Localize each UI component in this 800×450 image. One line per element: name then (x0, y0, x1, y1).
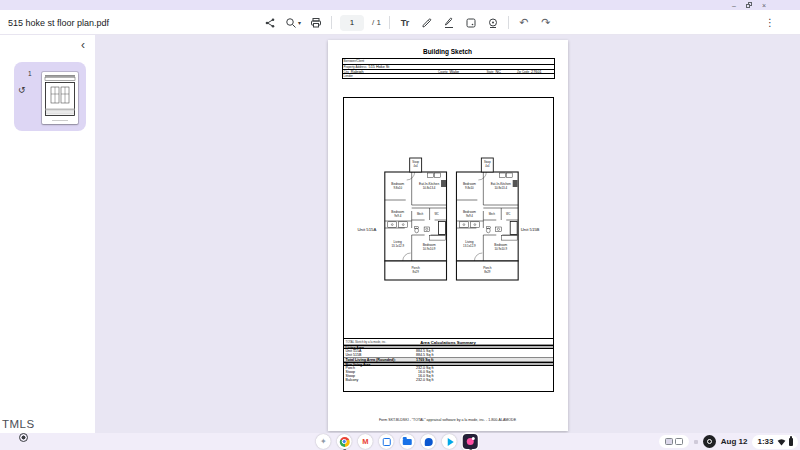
calendar-icon (382, 438, 390, 446)
watermark-dot-icon (19, 433, 28, 442)
form-footer: Form SKT.BLDSKI - "TOTAL" appraisal soft… (328, 418, 568, 422)
total-living-area-row: Total Living Area (Rounded): 1769 Sq ft (344, 357, 553, 362)
chevron-down-icon: ▾ (298, 19, 301, 26)
area-calculations-table: TOTAL Sketch by a la mode, inc. Area Cal… (344, 338, 553, 382)
stamp-button[interactable] (486, 15, 500, 31)
floorplan-drawing: Stoop 4x4 Bedroom 9.8x10 Eat-In-Kitchen … (344, 98, 553, 338)
page-number-input[interactable] (340, 15, 364, 31)
area-row: Balcony 232.0 Sq ft (344, 378, 553, 382)
unit-a-label: Unit 515A (357, 227, 376, 232)
messages-app-button[interactable] (421, 434, 436, 449)
stamp-icon (487, 17, 499, 29)
restore-icon (746, 4, 750, 8)
battery-icon (789, 438, 794, 446)
file-title: 515 hoke st floor plan.pdf (8, 18, 109, 28)
more-menu-button[interactable]: ⋮ (765, 17, 775, 28)
new-desk-button[interactable] (694, 440, 698, 444)
folder-icon (403, 439, 412, 446)
calendar-app-button[interactable] (379, 434, 394, 449)
unit-b-label: Unit 515B (520, 227, 539, 232)
form-fill-button[interactable] (464, 15, 478, 31)
info-row-lender: Lender (343, 73, 554, 78)
minimize-button[interactable]: – (732, 2, 736, 9)
info-row-city: CityRaleigh CountyWake StateNC Zip Code2… (343, 69, 554, 74)
form-icon (465, 17, 477, 29)
zoom-button[interactable]: ▾ (285, 15, 301, 31)
building-sketch-area: Stoop 4x4 Bedroom 9.8x10 Eat-In-Kitchen … (343, 97, 554, 392)
floorplan-unit-b (456, 158, 518, 280)
chrome-icon (339, 437, 349, 447)
signature-pen-icon (443, 17, 455, 29)
highlighter-button[interactable] (420, 15, 434, 31)
desk-thumbnail[interactable] (675, 438, 683, 445)
toolbar-divider (331, 16, 332, 29)
pdf-viewer[interactable]: Building Sketch Borrower/Client Property… (95, 35, 800, 433)
floorplan-unit-a (384, 158, 446, 280)
desk-thumbnail[interactable] (665, 438, 673, 445)
toolbar-divider (389, 16, 390, 29)
watermark-text: TMLS (2, 418, 35, 430)
text-annotation-button[interactable]: Tr (398, 15, 412, 31)
page-count-label: / 1 (372, 18, 381, 27)
share-button[interactable] (263, 15, 277, 31)
notification-indicator-icon[interactable] (703, 435, 716, 448)
quick-settings-tray[interactable]: 1:33 (752, 435, 798, 449)
desks-switcher[interactable] (659, 435, 689, 448)
pdf-page: Building Sketch Borrower/Client Property… (328, 40, 568, 431)
launcher-icon: ✦ (320, 438, 327, 446)
files-app-button[interactable] (400, 434, 415, 449)
page-thumbnail[interactable] (42, 72, 78, 124)
thumbnail-card[interactable]: 1 ↺ (14, 62, 86, 131)
redo-button[interactable]: ↷ (539, 15, 553, 31)
thumbnail-sketch (42, 72, 78, 124)
thumbnail-sidebar: ‹ 1 ↺ (0, 35, 95, 433)
pdf-toolbar: 515 hoke st floor plan.pdf ▾ / 1 Tr (0, 10, 800, 35)
magnifier-icon (285, 17, 297, 29)
screen: – × 515 hoke st floor plan.pdf ▾ / 1 Tr (0, 0, 800, 450)
print-button[interactable] (309, 15, 323, 31)
close-button[interactable]: × (762, 2, 766, 9)
area-summary-title: Area Calculations Summary (344, 340, 553, 345)
launcher-button[interactable]: ✦ (316, 434, 331, 449)
toolbar-tools: ▾ / 1 Tr ↶ ↷ (263, 10, 553, 35)
shelf-apps: ✦ M (316, 434, 478, 449)
chat-bubble-icon (424, 438, 432, 446)
mls-watermark: TMLS (2, 418, 35, 430)
thumbnail-page-number: 1 (28, 70, 32, 77)
restore-window-button[interactable] (746, 2, 752, 8)
share-icon (264, 17, 276, 29)
gallery-app-button[interactable] (463, 434, 478, 449)
play-store-app-button[interactable] (442, 434, 457, 449)
main-area: ‹ 1 ↺ (0, 35, 800, 433)
rotate-page-button[interactable]: ↺ (18, 85, 26, 95)
status-tray: Aug 12 1:33 (659, 434, 798, 449)
gallery-icon (467, 438, 474, 445)
wifi-icon (777, 438, 786, 446)
undo-button[interactable]: ↶ (517, 15, 531, 31)
toolbar-divider (508, 16, 509, 29)
sketch-title: Building Sketch (328, 48, 568, 55)
collapse-sidebar-button[interactable]: ‹ (81, 39, 85, 51)
print-icon (310, 17, 322, 29)
window-titlebar: – × (0, 0, 800, 10)
property-info-table: Borrower/Client Property Address 515 Hok… (342, 58, 555, 79)
highlighter-icon (421, 17, 433, 29)
clock-label: 1:33 (757, 437, 773, 446)
area-table-header: TOTAL Sketch by a la mode, inc. Area Cal… (344, 339, 553, 345)
date-label[interactable]: Aug 12 (721, 437, 748, 446)
signature-button[interactable] (442, 15, 456, 31)
system-shelf: ✦ M Aug 12 1:33 (0, 433, 800, 450)
chrome-app-button[interactable] (337, 434, 352, 449)
play-store-icon (447, 438, 453, 446)
gmail-icon: M (362, 438, 368, 446)
gmail-app-button[interactable]: M (358, 434, 373, 449)
